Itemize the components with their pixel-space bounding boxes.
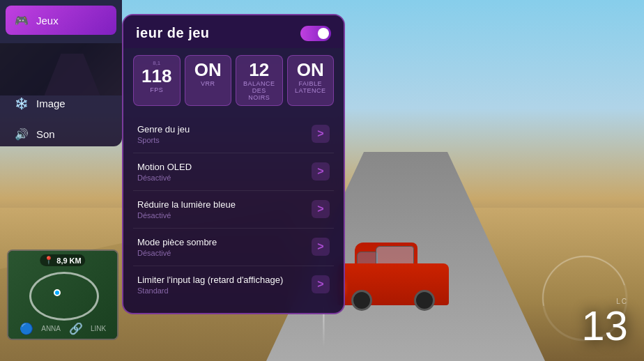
minimap-link-label: LINK	[91, 322, 106, 335]
panel-item-motion[interactable]: Motion OLED Désactivé >	[133, 153, 334, 191]
panel-item-genre-arrow: >	[312, 125, 330, 143]
sidebar-item-son[interactable]: 🔊 Son	[6, 119, 116, 148]
stat-vrr: ON VRR	[185, 55, 232, 106]
toggle-knob	[318, 28, 329, 39]
panel-item-input-lag-text: Limiter l'input lag (retard d'affichage)…	[137, 275, 312, 295]
car-wheel-left	[351, 290, 372, 311]
stat-vrr-value: ON	[191, 60, 226, 80]
sound-icon: 🔊	[14, 126, 29, 141]
stat-balance-value: 12	[242, 60, 277, 80]
hud-speed-display: LC 13	[581, 298, 634, 347]
stat-balance-label: Balance des noirs	[242, 80, 277, 101]
hud-speed: 13	[581, 305, 628, 347]
panel-title: ieur de jeu	[136, 25, 210, 41]
panel-item-motion-arrow: >	[312, 162, 330, 180]
sidebar-item-jeux[interactable]: 🎮 Jeux	[6, 6, 116, 35]
toggle-switch[interactable]	[300, 26, 331, 41]
minimap-inner: 📍 8,9 KM 🔵 ANNA 🔗 LINK	[8, 251, 117, 339]
gamepad-icon: 🎮	[14, 13, 29, 28]
car-wheel-right	[414, 290, 435, 311]
panel-item-genre-sub: Sports	[137, 136, 312, 144]
sidebar-son-label: Son	[36, 128, 55, 140]
sidebar: 🎮 Jeux ❄️ Image 🔊 Son	[0, 0, 122, 146]
panel-header: ieur de jeu	[123, 15, 344, 48]
panel-item-motion-title: Motion OLED	[137, 162, 312, 172]
minimap-icon-link: 🔗	[69, 322, 83, 335]
main-panel: ieur de jeu 8,1 118 FPS ON VRR 12 Balanc…	[122, 14, 345, 314]
minimap-anna-label: ANNA	[41, 322, 61, 335]
image-icon: ❄️	[14, 95, 29, 111]
panel-item-dark-mode-title: Mode pièce sombre	[137, 237, 312, 247]
minimap-player-dot	[54, 289, 61, 296]
stat-fps-label: FPS	[139, 86, 174, 93]
panel-item-dark-mode-text: Mode pièce sombre Désactivé	[137, 237, 312, 257]
panel-item-blue-light-title: Réduire la lumière bleue	[137, 199, 312, 210]
stat-latency: ON Faible latence	[287, 55, 335, 106]
panel-item-input-lag-sub: Standard	[137, 286, 312, 295]
minimap-road	[29, 272, 99, 321]
panel-item-blue-light-text: Réduire la lumière bleue Désactivé	[137, 199, 312, 220]
stat-fps-value: 118	[139, 66, 174, 86]
stat-fps: 8,1 118 FPS	[133, 55, 181, 106]
stat-vrr-label: VRR	[191, 80, 226, 87]
sidebar-image-label: Image	[36, 98, 66, 109]
sidebar-item-image[interactable]: ❄️ Image	[6, 89, 116, 118]
panel-item-input-lag[interactable]: Limiter l'input lag (retard d'affichage)…	[133, 266, 334, 303]
stat-latency-value: ON	[293, 60, 328, 80]
hud-speed-container: LC 13	[581, 298, 634, 347]
panel-item-genre[interactable]: Genre du jeu Sports >	[133, 116, 334, 153]
minimap-distance: 📍 8,9 KM	[40, 254, 85, 266]
panel-item-blue-light[interactable]: Réduire la lumière bleue Désactivé >	[133, 191, 334, 229]
panel-item-blue-light-sub: Désactivé	[137, 211, 312, 220]
panel-item-motion-sub: Désactivé	[137, 174, 312, 182]
minimap-icons: 🔵 ANNA 🔗 LINK	[8, 322, 117, 335]
stat-latency-label: Faible latence	[293, 80, 328, 94]
panel-item-motion-text: Motion OLED Désactivé	[137, 162, 312, 182]
panel-item-input-lag-title: Limiter l'input lag (retard d'affichage)	[137, 275, 312, 285]
minimap-icon-anna: 🔵	[20, 322, 33, 335]
panel-item-genre-title: Genre du jeu	[137, 124, 312, 135]
panel-item-dark-mode-arrow: >	[312, 238, 330, 256]
panel-item-genre-text: Genre du jeu Sports	[137, 124, 312, 144]
panel-item-dark-mode[interactable]: Mode pièce sombre Désactivé >	[133, 229, 334, 266]
panel-item-dark-mode-sub: Désactivé	[137, 249, 312, 257]
car	[337, 243, 449, 305]
panel-item-blue-light-arrow: >	[312, 200, 330, 218]
panel-items: Genre du jeu Sports > Motion OLED Désact…	[123, 113, 344, 313]
stats-row: 8,1 118 FPS ON VRR 12 Balance des noirs …	[123, 48, 344, 113]
minimap: 📍 8,9 KM 🔵 ANNA 🔗 LINK	[7, 249, 118, 340]
panel-item-input-lag-arrow: >	[312, 275, 330, 293]
sidebar-jeux-label: Jeux	[36, 15, 59, 26]
stat-balance: 12 Balance des noirs	[236, 55, 283, 106]
